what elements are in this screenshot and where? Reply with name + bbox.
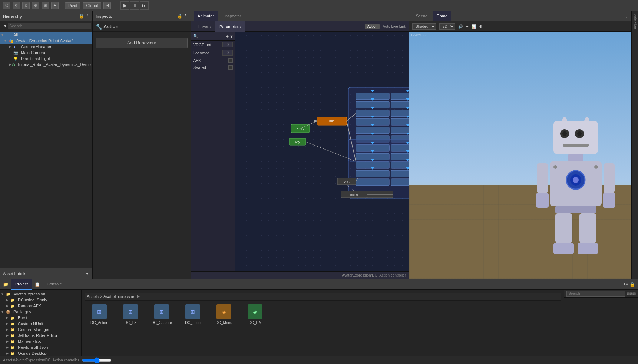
animator-footer: AvatarExpression/DC_Action.controller: [191, 271, 409, 279]
asset-item-dcpm[interactable]: ◈ DC_PM: [240, 303, 270, 326]
hierarchy-camera-label: Main Camera: [21, 50, 45, 55]
project-label-avatarexpression: AvatarExpression: [13, 292, 45, 296]
params-add-button[interactable]: + ▾: [226, 33, 233, 39]
svg-rect-90: [536, 193, 549, 208]
step-button[interactable]: ⏭: [140, 1, 149, 10]
project-item-gesturemanager[interactable]: ▶ 📁 Gesture Manager: [0, 327, 81, 333]
asset-item-dcaction[interactable]: ⊞ DC_Action: [85, 303, 114, 326]
asset-labels-arrow[interactable]: ▼: [85, 271, 89, 276]
toolbar-icon-4[interactable]: ⊕: [32, 2, 39, 9]
project-item-burst[interactable]: ▶ 📁 Burst: [0, 315, 81, 321]
inspector-more-icon[interactable]: ⋮: [184, 14, 188, 19]
tab-animator[interactable]: Animator: [194, 11, 218, 21]
game-header-icons: ⋮: [625, 14, 628, 18]
hierarchy-panel: Hierarchy 🔒 ⋮ +▾ ▾ ☰ All ▾ 🎭 Avatar Dyna…: [0, 11, 93, 279]
audio-icon[interactable]: 🔊: [458, 24, 463, 29]
asset-item-dcgesture[interactable]: ⊞ DC_Gesture: [147, 303, 176, 326]
view-coords: 1920x1080: [411, 33, 427, 37]
project-item-newtonsoft[interactable]: ▶ 📁 Newtonsoft Json: [0, 344, 81, 350]
hierarchy-item-gesture[interactable]: ▶ ● GestureManager: [0, 44, 92, 50]
project-item-mathematics[interactable]: ▶ 📁 Mathematics: [0, 338, 81, 344]
pivot-button[interactable]: Pivot: [65, 2, 80, 9]
hierarchy-search-input[interactable]: [8, 23, 91, 29]
global-button[interactable]: Global: [83, 2, 101, 9]
animator-canvas[interactable]: Entry Idle Any: [235, 32, 409, 271]
node-graph-svg: Entry Idle Any: [235, 32, 409, 271]
stats-icon[interactable]: 📊: [472, 24, 476, 29]
hierarchy-item-light[interactable]: 💡 Directional Light: [0, 56, 92, 61]
console-icon: 📋: [34, 282, 40, 287]
hierarchy-more-icon[interactable]: ⋮: [85, 14, 89, 19]
add-behaviour-button[interactable]: Add Behaviour: [96, 38, 188, 48]
animator-sub-header: Layers Parameters Action Auto Live Link: [191, 21, 409, 32]
bottom-panel: 📁 Project 📋 Console +▾ 🔒 ▾ 📁 AvatarExpre…: [0, 279, 638, 364]
hierarchy-avatar-label: Avatar Dynamics Robot Avatar*: [16, 39, 73, 43]
bottom-lock-icon[interactable]: 🔒: [629, 282, 635, 287]
project-item-dcinside[interactable]: ▶ 📁 DCInside_Study: [0, 297, 81, 303]
param-afk-name: AFK: [193, 58, 228, 63]
asset-icon-dcmenu: ◈: [216, 304, 231, 319]
top-toolbar: ⬡ ↺ ⧉ ⊕ ⊞ ✦ Pivot Global ⋈ ▶ ⏸ ⏭: [0, 0, 638, 11]
toolbar-icon-1[interactable]: ⬡: [3, 2, 10, 9]
effects-icon[interactable]: ✦: [466, 24, 469, 29]
hierarchy-item-all[interactable]: ▾ ☰ All: [0, 32, 92, 38]
add-bottom-btn[interactable]: +▾: [623, 282, 628, 287]
pause-button[interactable]: ⏸: [130, 1, 139, 10]
asset-item-dcfx[interactable]: ⊞ DC_FX: [116, 303, 145, 326]
toolbar-separator-1: [62, 2, 62, 9]
play-controls: ▶ ⏸ ⏭: [120, 1, 149, 10]
toolbar-icon-7[interactable]: ⋈: [103, 2, 111, 9]
hierarchy-gesture-label: GestureManager: [21, 44, 52, 49]
project-item-oculus[interactable]: ▶ 📁 Oculus Desktop: [0, 350, 81, 356]
project-item-avatarexpression[interactable]: ▾ 📁 AvatarExpression: [0, 291, 81, 297]
project-item-jetbrains[interactable]: ▶ 📁 JetBrains Rider Editor: [0, 333, 81, 338]
play-button[interactable]: ▶: [120, 1, 129, 10]
gizmos-icon[interactable]: ⚙: [479, 24, 482, 29]
asset-icon-dcaction: ⊞: [92, 304, 107, 319]
inspector-action-icon: 🔧: [96, 24, 102, 30]
hierarchy-item-camera[interactable]: 📷 Main Camera: [0, 50, 92, 56]
svg-point-87: [553, 165, 557, 169]
hierarchy-item-avatar[interactable]: ▾ 🎭 Avatar Dynamics Robot Avatar*: [0, 38, 92, 44]
svg-rect-76: [553, 121, 598, 154]
project-item-randomafk[interactable]: ▶ 📁 RandomAFK: [0, 303, 81, 309]
shaded-select[interactable]: Shaded: [412, 23, 436, 30]
hierarchy-lock-icon[interactable]: 🔒: [79, 14, 84, 19]
tab-game[interactable]: Game: [433, 11, 451, 21]
param-vrcemot-value[interactable]: [222, 42, 233, 47]
svg-rect-91: [604, 163, 615, 193]
hierarchy-add-icon[interactable]: +▾: [1, 23, 6, 29]
toolbar-icon-3[interactable]: ⧉: [22, 2, 30, 9]
bottom-header: 📁 Project 📋 Console +▾ 🔒: [0, 279, 638, 290]
asset-item-dcloco[interactable]: ⊞ DC_Loco: [178, 303, 208, 326]
tab-scene[interactable]: Scene: [412, 11, 431, 21]
render-mode-select[interactable]: 2D: [439, 23, 455, 30]
tab-console[interactable]: Console: [43, 279, 65, 290]
asset-label-dcloco: DC_Loco: [185, 321, 201, 325]
inspector-action-label: Action: [103, 24, 118, 29]
inspector-lock-icon[interactable]: 🔒: [177, 14, 182, 19]
project-search-input[interactable]: [566, 291, 625, 297]
toolbar-icon-6[interactable]: ✦: [51, 2, 59, 9]
param-seated-checkbox[interactable]: [228, 65, 233, 70]
assets-path-text: Assets/AvatarExpression/DC_Action.contro…: [3, 358, 79, 362]
toolbar-icon-2[interactable]: ↺: [13, 2, 20, 9]
param-locomoti-value[interactable]: [222, 50, 233, 56]
sub-tab-layers[interactable]: Layers: [194, 21, 215, 32]
bottom-footer: Assets/AvatarExpression/DC_Action.contro…: [0, 356, 638, 364]
sub-tab-parameters[interactable]: Parameters: [215, 21, 245, 32]
project-item-packages[interactable]: ▾ 📦 Packages: [0, 309, 81, 315]
hierarchy-item-tutorial[interactable]: ▶ ⬡ Tutorial_Robot_Avatar_Dynamics_Demo: [0, 61, 92, 67]
zoom-slider[interactable]: [82, 357, 112, 363]
asset-item-dcmenu[interactable]: ◈ DC_Menu: [209, 303, 239, 326]
animator-header-icons: ⋮: [402, 14, 406, 18]
tab-inspector[interactable]: Inspector: [221, 11, 245, 21]
toolbar-icon-5[interactable]: ⊞: [42, 2, 49, 9]
asset-label-dcfx: DC_FX: [125, 321, 137, 325]
tab-project[interactable]: Project: [11, 279, 32, 290]
param-afk-checkbox[interactable]: [228, 58, 233, 63]
asset-label-dcaction: DC_Action: [90, 321, 108, 325]
asset-labels-title: Asset Labels: [3, 271, 26, 276]
params-panel: 🔍 + ▾ VRCEmot Locomoti AFK: [191, 32, 235, 271]
project-item-customnunit[interactable]: ▶ 📁 Custom NUnit: [0, 321, 81, 327]
